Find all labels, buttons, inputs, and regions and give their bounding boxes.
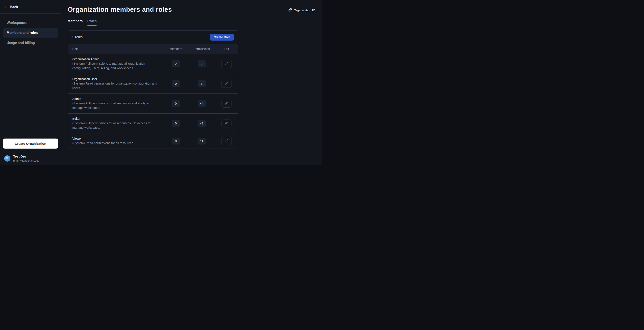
roles-table-body: Organization Admin (System) Full permiss… [68, 54, 238, 148]
tab-members[interactable]: Members [68, 19, 82, 26]
members-count-badge: 0 [172, 80, 180, 87]
permissions-count-badge: 11 [198, 138, 206, 144]
members-cell: 0 [163, 80, 189, 87]
role-name: Admin [72, 97, 161, 101]
back-button[interactable]: Back [0, 0, 61, 14]
pencil-icon [225, 139, 228, 143]
organization-settings-page: Back Workspaces Members and roles Usage … [0, 0, 322, 165]
role-description: (System) Read permissions for all resour… [72, 141, 161, 145]
org-email: brian@langchain.dev [13, 159, 39, 162]
pencil-icon [225, 122, 228, 126]
column-header-role: Role [68, 47, 163, 50]
edit-cell [215, 137, 238, 145]
permissions-count-badge: 43 [198, 120, 206, 127]
role-description: (System) Full permissions for all resour… [72, 121, 161, 130]
role-cell: Editor (System) Full permissions for all… [68, 114, 163, 133]
role-cell: Organization Admin (System) Full permiss… [68, 54, 163, 74]
permissions-cell: 2 [189, 60, 215, 67]
tabs: Members Roles [68, 19, 315, 26]
organization-id-button[interactable]: Organization ID [288, 8, 315, 12]
permissions-cell: 11 [189, 138, 215, 144]
link-icon [288, 8, 292, 12]
role-cell: Admin (System) Full permissions for all … [68, 94, 163, 113]
create-organization-button[interactable]: Create Organization [3, 138, 58, 148]
current-org-row[interactable]: Test Org brian@langchain.dev [3, 148, 58, 162]
users-icon [6, 156, 9, 161]
sidebar: Back Workspaces Members and roles Usage … [0, 0, 61, 165]
back-label: Back [10, 5, 18, 9]
role-description: (System) Full permissions for all resour… [72, 101, 161, 110]
organization-id-label: Organization ID [294, 8, 315, 12]
table-row: Admin (System) Full permissions for all … [68, 94, 238, 114]
sidebar-nav: Workspaces Members and roles Usage and b… [0, 14, 61, 48]
members-cell: 0 [163, 100, 189, 107]
org-identity: Test Org brian@langchain.dev [13, 154, 39, 162]
edit-role-button[interactable] [221, 100, 232, 108]
edit-role-button[interactable] [221, 120, 232, 128]
members-cell: 0 [163, 138, 189, 144]
tab-roles[interactable]: Roles [87, 19, 97, 26]
sidebar-item-members-and-roles[interactable]: Members and roles [3, 28, 58, 38]
members-cell: 0 [163, 120, 189, 127]
org-avatar [4, 156, 10, 162]
roles-card: 5 roles Create Role Role Members Permiss… [68, 30, 238, 149]
edit-role-button[interactable] [221, 137, 232, 145]
members-count-badge: 2 [172, 60, 180, 67]
permissions-cell: 1 [189, 80, 215, 87]
permissions-cell: 43 [189, 120, 215, 127]
permissions-cell: 44 [189, 100, 215, 107]
table-row: Viewer (System) Read permissions for all… [68, 134, 238, 148]
chevron-left-icon [4, 6, 7, 8]
pencil-icon [225, 102, 228, 106]
role-name: Organization User [72, 77, 161, 81]
permissions-count-badge: 1 [198, 80, 206, 87]
edit-role-button[interactable] [221, 60, 232, 68]
sidebar-bottom: Create Organization Test Org [0, 138, 61, 165]
roles-count: 5 roles [72, 35, 82, 39]
edit-role-button[interactable] [221, 80, 232, 88]
table-row: Organization User (System) Read permissi… [68, 74, 238, 94]
role-name: Organization Admin [72, 57, 161, 62]
members-count-badge: 0 [172, 120, 180, 127]
members-count-badge: 0 [172, 138, 180, 144]
role-description: (System) Full permissions to manage all … [72, 62, 161, 70]
members-count-badge: 0 [172, 100, 180, 107]
role-cell: Viewer (System) Read permissions for all… [68, 134, 163, 148]
members-cell: 2 [163, 60, 189, 67]
table-row: Organization Admin (System) Full permiss… [68, 54, 238, 74]
permissions-count-badge: 44 [198, 100, 206, 107]
main-content: Organization members and roles Organizat… [61, 0, 322, 165]
edit-cell [215, 80, 238, 88]
role-description: (System) Read permissions for organizati… [72, 81, 161, 90]
table-row: Editor (System) Full permissions for all… [68, 114, 238, 134]
edit-cell [215, 120, 238, 128]
roles-card-header: 5 roles Create Role [68, 30, 238, 44]
permissions-count-badge: 2 [198, 60, 206, 67]
sidebar-item-workspaces[interactable]: Workspaces [3, 18, 58, 28]
role-name: Editor [72, 116, 161, 121]
create-role-button[interactable]: Create Role [210, 34, 234, 40]
page-title: Organization members and roles [68, 6, 315, 14]
column-header-permissions: Permissions [189, 47, 215, 50]
org-name: Test Org [13, 154, 39, 158]
roles-table-header: Role Members Permissions Edit [68, 44, 238, 54]
role-name: Viewer [72, 136, 161, 141]
pencil-icon [225, 62, 228, 66]
sidebar-item-usage-and-billing[interactable]: Usage and billing [3, 38, 58, 48]
role-cell: Organization User (System) Read permissi… [68, 74, 163, 94]
edit-cell [215, 60, 238, 68]
edit-cell [215, 100, 238, 108]
pencil-icon [225, 82, 228, 86]
column-header-edit: Edit [215, 47, 238, 50]
column-header-members: Members [163, 47, 189, 50]
